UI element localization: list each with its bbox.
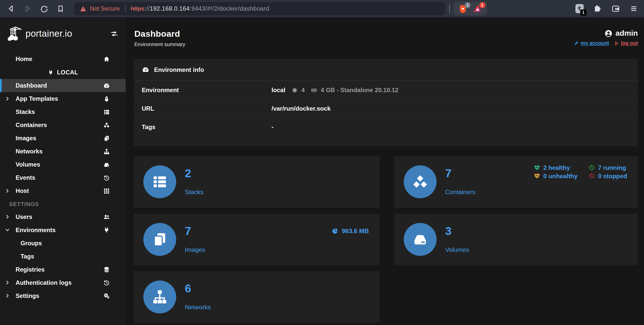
sidebar-label: Networks — [16, 148, 43, 155]
sidebar-label: Images — [16, 135, 36, 141]
rewards-badge: 1 — [479, 2, 485, 8]
bookmark-icon[interactable] — [56, 4, 65, 13]
home-icon — [103, 55, 110, 63]
tags-label: Tags — [134, 124, 271, 130]
heartbeat-icon — [534, 172, 541, 179]
rocket-icon — [103, 95, 110, 102]
browser-reload-button[interactable] — [39, 4, 49, 13]
images-label: Images — [185, 246, 205, 253]
stat-card-containers[interactable]: 7 Containers 2 healthy 7 running — [394, 156, 638, 208]
sidebar-item-volumes[interactable]: Volumes — [0, 158, 126, 171]
volumes-circle — [404, 223, 436, 256]
app-frame: portainer.io Home LOCAL Dashboard App Te… — [0, 18, 644, 325]
log-out-link[interactable]: log out — [614, 40, 638, 46]
brave-shield-button[interactable]: 1 — [458, 4, 468, 14]
brave-rewards-button[interactable]: 1 — [473, 4, 482, 14]
chevron-right-icon — [5, 96, 10, 101]
sidebar-collapse-icon[interactable] — [110, 30, 119, 38]
sidebar-label: Events — [16, 174, 35, 181]
volumes-info: 3 Volumes — [445, 214, 469, 265]
sidebar-item-host[interactable]: Host — [0, 184, 126, 197]
sidebar-item-app-templates[interactable]: App Templates — [0, 92, 126, 105]
chevron-right-icon — [5, 280, 10, 285]
browser-menu-icon[interactable] — [629, 4, 638, 13]
my-account-label: my account — [581, 40, 609, 46]
stat-card-stacks[interactable]: 2 Stacks — [134, 156, 380, 208]
stat-card-images[interactable]: 7 Images 963.6 MB — [134, 214, 380, 265]
sidebar-item-registries[interactable]: Registries — [0, 263, 126, 276]
sidebar-item-tags[interactable]: Tags — [0, 250, 126, 263]
sidebar-label: Groups — [20, 240, 42, 246]
sidebar-item-groups[interactable]: Groups — [0, 236, 126, 250]
sidebar-label: Environments — [16, 227, 56, 233]
browser-toolbar: Not Secure https://192.168.0.164:9443/#!… — [0, 0, 644, 18]
memory-icon — [310, 87, 317, 94]
sidebar-item-dashboard[interactable]: Dashboard — [0, 79, 126, 92]
sidebar-label: Users — [16, 213, 32, 220]
sidebar-label: Settings — [16, 292, 39, 299]
panel-title: Environment info — [154, 66, 204, 73]
database-icon — [103, 266, 110, 273]
user-circle-icon — [604, 29, 613, 38]
stat-card-networks[interactable]: 6 Networks — [134, 272, 380, 323]
environment-value: local 4 4 GB - Standalone 20.10.12 — [271, 87, 398, 94]
containers-circle — [404, 165, 436, 198]
stacks-count: 2 — [185, 167, 203, 180]
extension-badge: 1 — [580, 9, 586, 15]
images-circle — [143, 223, 176, 256]
sidebar-item-events[interactable]: Events — [0, 171, 126, 184]
wrench-icon — [574, 40, 579, 46]
networks-info: 6 Networks — [185, 272, 211, 323]
stat-cards-grid: 2 Stacks 7 Containers — [134, 156, 638, 323]
hdd-icon — [411, 231, 429, 248]
username: admin — [615, 29, 638, 38]
images-size: 963.6 MB — [332, 214, 380, 265]
my-account-link[interactable]: my account — [574, 40, 609, 46]
cpu-count: 4 — [301, 87, 305, 93]
images-info: 7 Images — [185, 214, 205, 265]
images-size-text: 963.6 MB — [342, 228, 369, 235]
sidebar-item-authentication-logs[interactable]: Authentication logs — [0, 276, 126, 289]
sidebar-item-stacks[interactable]: Stacks — [0, 105, 126, 118]
pie-chart-icon — [332, 228, 339, 235]
sidebar-label: Authentication logs — [16, 279, 72, 286]
extensions-puzzle-icon[interactable] — [593, 4, 602, 13]
url-text[interactable]: https://192.168.0.164:9443/#!/2/docker/d… — [131, 5, 269, 12]
stacks-label: Stacks — [185, 188, 203, 195]
sidebar-item-images[interactable]: Images — [0, 132, 126, 145]
url-row: URL /var/run/docker.sock — [134, 99, 638, 118]
sidebar-label: Volumes — [16, 161, 40, 168]
sidebar-item-environments[interactable]: Environments — [0, 223, 126, 236]
sidebar-item-containers[interactable]: Containers — [0, 118, 126, 132]
sidebar-item-settings[interactable]: Settings — [0, 289, 126, 302]
portainer-logo-icon — [7, 25, 25, 43]
portainer-logo-text: portainer.io — [26, 28, 72, 39]
user-box: admin my account log out — [574, 29, 638, 46]
sidebar-item-home[interactable]: Home — [0, 53, 126, 65]
cubes-icon — [411, 173, 429, 190]
environment-info-header: Environment info — [134, 59, 638, 81]
settings-section-header: SETTINGS — [0, 197, 126, 210]
stat-card-volumes[interactable]: 3 Volumes — [394, 214, 638, 265]
rupee-extension-button[interactable]: 1 — [575, 4, 584, 14]
sidebar-item-networks[interactable]: Networks — [0, 145, 126, 158]
url-bar[interactable]: Not Secure https://192.168.0.164:9443/#!… — [74, 2, 445, 15]
container-statuses: 2 healthy 7 running 0 unhealthy — [534, 156, 638, 208]
tags-row: Tags - — [134, 118, 638, 136]
stopped-text: 0 stopped — [598, 172, 627, 179]
wallet-icon[interactable] — [611, 4, 620, 13]
networks-label: Networks — [185, 303, 211, 311]
containers-info: 7 Containers — [445, 156, 475, 208]
power-icon — [588, 172, 595, 179]
stacks-info: 2 Stacks — [185, 156, 203, 208]
panel-footer — [134, 136, 638, 146]
networks-circle — [143, 280, 176, 313]
browser-forward-button[interactable] — [23, 4, 32, 13]
sidebar-item-users[interactable]: Users — [0, 210, 126, 223]
browser-back-button[interactable] — [7, 4, 16, 13]
url-path: :9443/#!/2/docker/dashboard — [190, 5, 269, 12]
page-subtitle: Environment summary — [134, 42, 185, 47]
title-block: Dashboard Environment summary — [134, 29, 185, 47]
plug-icon — [48, 69, 54, 75]
sidebar-logo-row: portainer.io — [0, 18, 126, 49]
